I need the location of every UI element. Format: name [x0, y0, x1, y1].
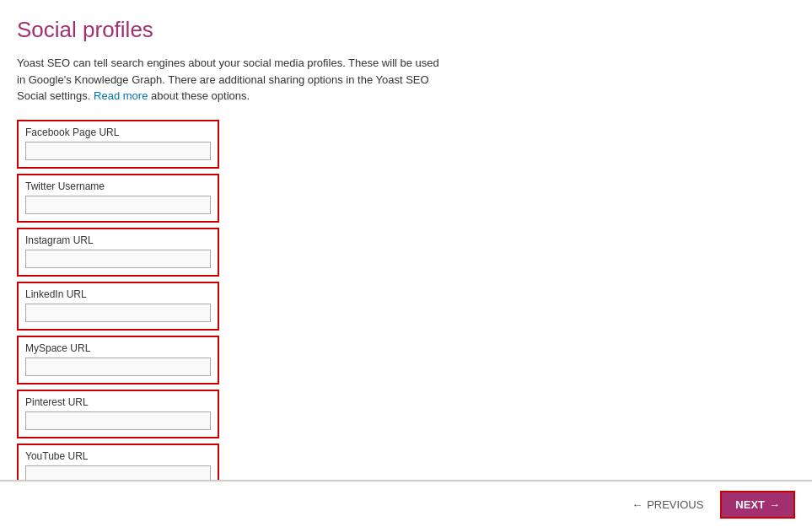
label-instagram: Instagram URL — [25, 234, 211, 246]
description-end: about these options. — [151, 89, 250, 102]
next-button[interactable]: NEXT → — [720, 491, 795, 519]
previous-button[interactable]: ← PREVIOUS — [623, 493, 712, 516]
arrow-right-icon: → — [769, 498, 780, 511]
description: Yoast SEO can tell search engines about … — [17, 55, 447, 105]
field-group-pinterest: Pinterest URL — [17, 390, 219, 438]
field-group-twitter: Twitter Username — [17, 174, 219, 223]
fields-container: Facebook Page URLTwitter UsernameInstagr… — [17, 120, 447, 528]
previous-label: PREVIOUS — [647, 498, 703, 511]
label-twitter: Twitter Username — [25, 180, 211, 192]
input-instagram[interactable] — [25, 250, 211, 268]
field-group-linkedin: LinkedIn URL — [17, 282, 219, 331]
label-linkedin: LinkedIn URL — [25, 288, 211, 300]
label-pinterest: Pinterest URL — [25, 396, 211, 408]
field-group-instagram: Instagram URL — [17, 228, 219, 277]
input-facebook[interactable] — [25, 142, 211, 160]
arrow-left-icon: ← — [632, 498, 643, 511]
field-group-myspace: MySpace URL — [17, 336, 219, 384]
next-label: NEXT — [735, 498, 765, 511]
label-myspace: MySpace URL — [25, 342, 211, 354]
input-myspace[interactable] — [25, 358, 211, 376]
page-title: Social profiles — [17, 17, 447, 43]
label-facebook: Facebook Page URL — [25, 126, 211, 138]
footer: ← PREVIOUS NEXT → — [0, 481, 812, 527]
main-content: Social profiles Yoast SEO can tell searc… — [0, 0, 472, 527]
input-twitter[interactable] — [25, 196, 211, 214]
read-more-link[interactable]: Read more — [94, 89, 148, 102]
input-linkedin[interactable] — [25, 304, 211, 322]
label-youtube: YouTube URL — [25, 450, 211, 462]
input-pinterest[interactable] — [25, 411, 211, 430]
field-group-facebook: Facebook Page URL — [17, 120, 219, 169]
